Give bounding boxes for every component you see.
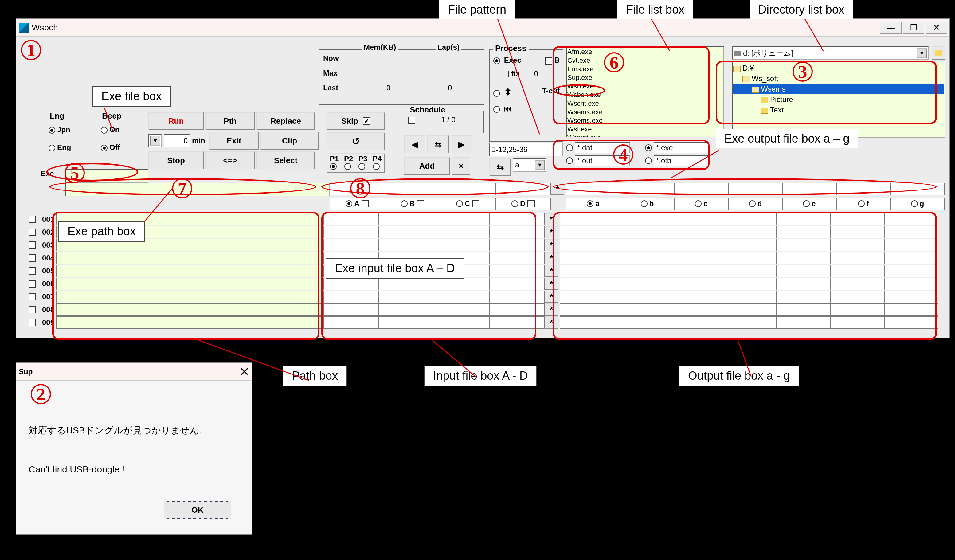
checkbox-b[interactable] <box>545 57 552 64</box>
swap-button[interactable]: <=> <box>205 152 255 169</box>
radio-exec[interactable] <box>493 58 500 64</box>
annotation-1 <box>21 40 41 60</box>
annotation-oval-exe-output <box>553 178 937 196</box>
annotation-rect-dirlist <box>716 61 937 124</box>
row-checkbox[interactable] <box>28 280 36 288</box>
label-input-box: Input file box A - D <box>424 366 537 386</box>
drive-icon <box>734 51 741 56</box>
annotation-rect-filelist <box>553 46 709 124</box>
annotation-oval-exe-file <box>46 163 138 181</box>
minimize-button[interactable]: — <box>880 22 902 34</box>
radio-col-oe[interactable] <box>803 200 810 207</box>
row-checkbox[interactable] <box>28 319 36 326</box>
radio-beep-off[interactable] <box>101 145 108 152</box>
radio-rewind[interactable] <box>493 106 500 113</box>
label-file-list: File list box <box>617 0 693 19</box>
select-button[interactable]: Select <box>257 152 315 169</box>
row-checkbox[interactable] <box>28 254 36 262</box>
dialog-ok-button[interactable]: OK <box>164 501 231 519</box>
radio-col-a[interactable] <box>346 200 352 207</box>
row-checkbox[interactable] <box>28 306 36 313</box>
browse-button[interactable] <box>932 46 945 60</box>
radio-jpn[interactable] <box>49 127 55 134</box>
radio-p3[interactable] <box>359 163 365 170</box>
prev-button[interactable]: ◀ <box>404 136 426 153</box>
lap-label: Lap(s) <box>435 43 461 52</box>
skip-button[interactable]: Skip <box>327 112 385 130</box>
folder-icon <box>935 50 942 56</box>
radio-beep-on[interactable] <box>101 127 108 134</box>
label-output-box: Output file box a - g <box>679 366 799 386</box>
row-checkbox[interactable] <box>28 267 36 275</box>
label-exe-input: Exe input file box A – D <box>326 258 464 278</box>
label-path-box: Path box <box>283 366 347 386</box>
schedule-panel: Schedule 1 / 0 <box>404 111 484 133</box>
annotation-rect-pattern <box>553 140 709 170</box>
dialog-close-button[interactable]: ✕ <box>239 364 250 379</box>
row-checkbox[interactable] <box>28 241 36 249</box>
chk-col-a[interactable] <box>362 200 369 207</box>
next-button[interactable]: ▶ <box>451 136 472 153</box>
mem-now: Now <box>323 54 339 63</box>
radio-col-b[interactable] <box>401 200 408 207</box>
run-button[interactable]: Run <box>148 112 204 130</box>
a-dropdown[interactable]: a <box>513 158 546 172</box>
row-checkbox[interactable] <box>28 228 36 236</box>
step-button[interactable]: ⇆ <box>427 136 449 153</box>
annotation-oval-exe-path <box>49 178 316 196</box>
annotation-2 <box>31 384 51 404</box>
clip-button[interactable]: Clip <box>260 132 319 150</box>
row-checkbox[interactable] <box>28 293 36 300</box>
annotation-oval-exe-input <box>321 178 549 196</box>
chk-col-d[interactable] <box>528 200 535 207</box>
radio-col-c[interactable] <box>456 200 463 207</box>
replace-button[interactable]: Replace <box>257 112 315 130</box>
mem-max: Max <box>323 69 338 77</box>
file-item[interactable]: Wsf.exe <box>567 125 723 134</box>
min-dropdown[interactable] <box>148 134 162 147</box>
schedule-checkbox[interactable] <box>408 117 415 124</box>
radio-p2[interactable] <box>344 163 351 170</box>
radio-p1[interactable] <box>330 163 337 170</box>
skip-checkbox[interactable] <box>363 117 370 125</box>
radio-col-of[interactable] <box>858 200 865 207</box>
mem-lap-panel: Mem(KB) Lap(s) Now Max Last 0 0 <box>319 50 484 105</box>
reload-button[interactable]: ↺ <box>327 132 385 150</box>
radio-col-oa[interactable] <box>587 200 593 207</box>
lap-last-value: 0 <box>448 84 452 92</box>
mem-last: Last <box>323 84 338 92</box>
radio-eng[interactable] <box>49 145 55 152</box>
label-dir-list: Directory list box <box>750 0 853 19</box>
window-title: Wsbch <box>31 23 58 33</box>
radio-col-ob[interactable] <box>641 200 648 207</box>
label-exe-file-box: Exe file box <box>92 86 171 106</box>
exit-button[interactable]: Exit <box>210 132 258 150</box>
pth-button[interactable]: Pth <box>205 112 255 130</box>
mem-label: Mem(KB) <box>362 43 398 52</box>
chk-col-c[interactable] <box>472 200 479 207</box>
min-input[interactable]: 0 <box>164 134 190 147</box>
row-checkbox[interactable] <box>28 216 36 223</box>
swap2-button[interactable]: ⇆ <box>489 158 511 176</box>
radio-updown[interactable] <box>493 90 500 97</box>
radio-col-od[interactable] <box>749 200 756 207</box>
dialog-msg-en: Can't find USB-dongle ! <box>28 464 125 475</box>
radio-p4[interactable] <box>373 163 380 170</box>
beep-panel: Beep On Off <box>96 117 142 163</box>
maximize-button[interactable]: ☐ <box>903 22 924 34</box>
drive-dropdown[interactable]: d: [ボリューム] <box>732 46 928 60</box>
range-input[interactable]: 1-12,25-36 <box>489 143 563 156</box>
stop-button[interactable]: Stop <box>148 152 204 169</box>
chk-col-b[interactable] <box>417 200 424 207</box>
file-item[interactable]: Wsmnt.exe <box>567 134 723 137</box>
add-button[interactable]: Add <box>404 157 450 175</box>
radio-col-oc[interactable] <box>695 200 701 207</box>
close-button[interactable]: ✕ <box>925 22 947 34</box>
x-button[interactable]: × <box>452 157 470 175</box>
label-file-pattern: File pattern <box>439 0 515 19</box>
radio-col-d[interactable] <box>512 200 518 207</box>
schedule-label: Schedule <box>407 105 448 114</box>
annotation-rect-outputbox <box>553 212 937 340</box>
radio-col-og[interactable] <box>911 200 918 207</box>
label-exe-output: Exe output file box a – g <box>716 129 858 149</box>
